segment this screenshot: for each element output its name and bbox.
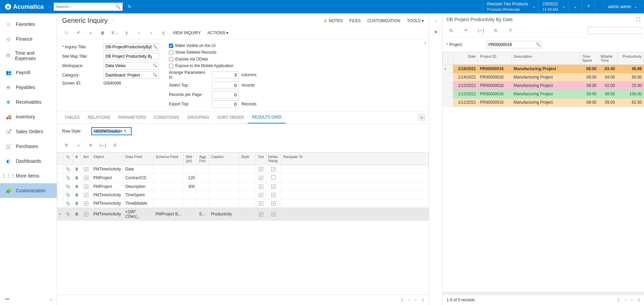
col-default[interactable]: Defau Navig [266,153,281,165]
export-input[interactable] [212,100,239,108]
tab-relations[interactable]: RELATIONS [84,112,114,123]
r-undo[interactable]: ↶ [460,26,472,36]
grid-row[interactable]: 📎🗎PMTimeActivityDate [57,165,429,173]
data-row[interactable]: 1/12/2021PR00000016Manufacturing Project… [443,90,644,98]
col-object[interactable]: Object [91,153,123,165]
next-button[interactable]: › [145,28,157,38]
visi-checkbox[interactable] [259,167,263,171]
rcol-pid[interactable]: Project ID [478,52,512,65]
tab-results-grid[interactable]: RESULTS GRID [248,111,285,123]
col-attach[interactable]: 📎 [63,153,73,165]
rcol-spent[interactable]: Time Spent [580,52,599,65]
pager-next[interactable]: › [415,298,416,302]
rpager-prev[interactable]: ‹ [625,298,626,302]
col-act[interactable]: Act [81,153,91,165]
rowstyle-input[interactable] [93,129,120,133]
data-row[interactable]: 1/14/2021PR00000016Manufacturing Project… [443,73,644,82]
rcol-prod[interactable]: Productivity [617,52,644,65]
grid-row[interactable]: ›📎🗎PMTimeActivity=100* CDec(...PMProject… [57,208,429,221]
right-search-input[interactable] [590,28,644,33]
lookup-icon[interactable]: 🔍 [153,45,157,49]
data-row[interactable]: ›1/18/2021PR00000016Manufacturing Projec… [443,65,644,73]
right-search[interactable]: 🔍 [588,27,641,34]
note-icon[interactable]: 🗎 [73,183,81,191]
splitter-expand-icon[interactable]: › [435,18,436,23]
prev-button[interactable]: ‹ [133,28,145,38]
chk-visible-ui[interactable] [169,44,173,48]
col-navigate[interactable]: Navigate To [281,153,428,165]
global-search[interactable]: 🔍 [54,3,123,11]
sidebar-item-inventory[interactable]: 🚚Inventory [0,109,57,124]
selecttop-input[interactable] [212,82,239,89]
company-selector[interactable]: Revision Two Products Products Wholesale… [483,0,538,13]
sidebar-item-time-and-expenses[interactable]: ⏱Time and Expenses [0,46,57,65]
rcol-sel[interactable] [443,52,448,65]
files-action[interactable]: FILES [350,18,361,23]
rcol-exp[interactable] [448,52,453,65]
sidebar-item-payroll[interactable]: 👥Payroll [0,65,57,80]
favorite-icon[interactable]: ☆ [111,18,115,23]
note-icon[interactable]: 🗎 [73,173,81,183]
copy-button[interactable]: ⎘ ▾ [109,28,121,38]
sidebar-item-payables[interactable]: ⊖Payables [0,80,57,95]
pager-last[interactable]: ›| [421,298,424,302]
category-input[interactable] [103,71,159,79]
col-note[interactable]: 🗎 [73,153,81,165]
grid-row[interactable]: 📎🗎PMTimeActivityTimeBillable [57,199,429,208]
visi-checkbox[interactable] [259,176,263,180]
first-button[interactable]: |‹ [121,28,133,38]
pager-first[interactable]: |‹ [401,298,404,302]
date-selector[interactable]: 2/3/2021 11:49 AM ⌄ [538,0,568,13]
project-input[interactable] [487,41,542,48]
col-caption[interactable]: Caption [209,153,239,165]
act-checkbox[interactable] [84,193,88,197]
rpager-next[interactable]: › [631,298,633,302]
data-row[interactable]: 1/11/2021PR00000016Manufacturing Project… [443,98,644,107]
lookup-icon[interactable]: 🔍 [153,63,157,68]
sidebar-item-receivables[interactable]: ⊕Receivables [0,95,57,109]
eye-icon[interactable]: 👁 [434,30,438,35]
act-checkbox[interactable] [84,185,88,189]
visi-checkbox[interactable] [259,201,263,206]
sidebar-item-favorites[interactable]: ☆Favorites [0,17,57,32]
default-checkbox[interactable] [271,167,276,171]
act-checkbox[interactable] [84,212,88,216]
rpp-input[interactable] [212,91,239,98]
rpager-last[interactable]: ›| [638,298,640,302]
more-icon[interactable]: ••• [5,297,9,302]
attach-icon[interactable]: 📎 [63,183,73,191]
visi-checkbox[interactable] [259,212,263,216]
attach-icon[interactable]: 📎 [63,165,73,173]
note-icon[interactable]: 🗎 [73,199,81,208]
tab-conditions[interactable]: CONDITIONS [150,112,183,123]
view-inquiry-button[interactable]: VIEW INQUIRY [169,31,204,35]
collapse-form-icon[interactable]: ^ [424,42,426,46]
grid-row[interactable]: 📎🗎PMProjectContractCD120 [57,173,429,183]
rpager-first[interactable]: |‹ [617,298,620,302]
act-checkbox[interactable] [84,201,88,206]
dropdown-icon[interactable]: ▾ [120,129,122,134]
chk-deleted[interactable] [169,50,173,55]
col-width[interactable]: Wid (px) [184,153,197,165]
act-checkbox[interactable] [84,167,88,171]
actions-dropdown[interactable]: ACTIONS ▾ [204,31,232,35]
grid-export-button[interactable]: ⎘ [109,140,121,150]
sidebar-item-more-items[interactable]: ⋮⋮⋮More Items [0,168,57,183]
rcol-bill[interactable]: Billable Time [599,52,617,65]
visi-checkbox[interactable] [259,185,263,189]
delete-button[interactable]: 🗑 [97,28,109,38]
attach-icon[interactable]: 📎 [63,199,73,208]
default-checkbox[interactable] [271,193,276,197]
save-button[interactable]: 🖫 [60,28,73,38]
grid-delete-button[interactable]: ✕ [85,140,97,150]
col-expand[interactable] [57,153,63,165]
col-agg[interactable]: Agg Fun [197,153,209,165]
rcol-date[interactable]: Date [453,52,478,65]
note-icon[interactable]: 🗎 [73,191,81,199]
arrange-input[interactable] [212,71,239,79]
maximize-icon[interactable]: ⛶ [636,17,640,22]
grid-add-button[interactable]: ＋ [73,140,85,150]
grid-row[interactable]: 📎🗎PMProjectDescription300 [57,183,429,191]
tab-tables[interactable]: TABLES [60,112,84,123]
attach-icon[interactable]: 📎 [63,208,73,221]
